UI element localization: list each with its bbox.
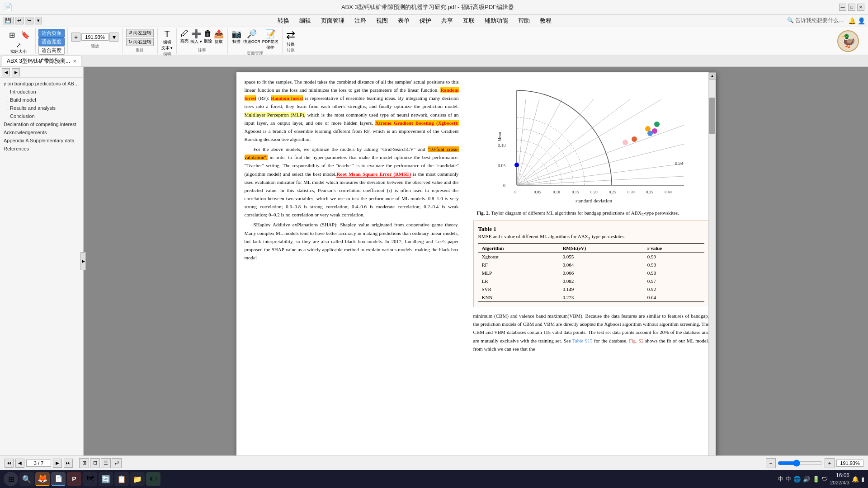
rotate-right-btn[interactable]: ↻ 向右旋转 <box>126 38 154 46</box>
fit-width-btn[interactable]: 适合宽度 <box>38 38 65 46</box>
notification-tray-icon[interactable]: 🔔 <box>852 476 859 483</box>
sidebar-item-appendix[interactable]: Appendix A Supplementary data <box>0 136 83 145</box>
link-fig-s2[interactable]: Fig. S2 <box>629 338 643 343</box>
save-quick-btn[interactable]: 💾 <box>3 17 14 24</box>
fit-group: 适合页面 适合宽度 适合高度 <box>36 28 68 54</box>
undo-btn[interactable]: ↩ <box>15 17 24 24</box>
continuous-view-btn[interactable]: ☰ <box>101 458 111 468</box>
menu-item-connect[interactable]: 互联 <box>460 17 477 25</box>
last-page-btn[interactable]: ⏭ <box>64 459 73 468</box>
tab-close-icon[interactable]: ✕ <box>73 59 76 64</box>
tab-pdf[interactable]: ABX 3型钙钛矿带隙预测... ✕ <box>2 56 81 66</box>
menu-item-tutorial[interactable]: 教程 <box>537 17 554 25</box>
delete-btn[interactable]: 🗑 删除 <box>204 29 212 44</box>
ppt-taskbar-btn[interactable]: P <box>67 472 81 486</box>
scan-btn[interactable]: 📷 扫描 <box>231 29 241 51</box>
ime-icon[interactable]: 中 <box>786 475 791 483</box>
sidebar-item-conclusion[interactable]: . Conclusion <box>0 112 83 120</box>
edit-text-btn[interactable]: T 编辑 文本 ▾ <box>161 29 173 51</box>
zoom-value-display[interactable] <box>836 460 863 467</box>
sync-taskbar-btn[interactable]: 🔄 <box>99 472 113 486</box>
next-page-btn[interactable]: ▶ <box>53 459 62 468</box>
table-row-knn: KNN 0.273 0.64 <box>478 293 704 302</box>
start-button[interactable]: ⊞ <box>4 472 18 486</box>
scroll-up-btn[interactable]: ▲ <box>709 72 716 80</box>
highlight-xgboost: Xtreme Gradient Boosting (Xgboost): <box>375 120 458 126</box>
show-desktop-btn[interactable]: ▮ <box>861 476 864 483</box>
menu-item-page[interactable]: 页面管理 <box>318 17 347 25</box>
maps-taskbar-btn[interactable]: 🗺 <box>83 472 97 486</box>
svg-text:0.20: 0.20 <box>590 190 598 194</box>
actual-size-btn[interactable]: ⤢ 实际大小 <box>10 42 27 55</box>
zoom-out-btn[interactable]: − <box>766 458 776 468</box>
extract-btn[interactable]: 📤 提取 <box>214 29 224 45</box>
svg-rect-0 <box>494 77 689 208</box>
network-tray-icon[interactable]: 🌐 <box>793 476 801 483</box>
facing-view-btn[interactable]: ⊟ <box>90 458 100 468</box>
cell-rf-r: 0.98 <box>644 261 704 269</box>
close-button[interactable]: ✕ <box>857 4 864 11</box>
thumbnail-btn[interactable]: ⊞ <box>5 29 18 42</box>
bell-icon[interactable]: 🔔 <box>848 17 856 24</box>
ocr-btn[interactable]: 🔎 快速OCR <box>243 29 260 51</box>
sidebar-item-build-model[interactable]: . Build model <box>0 96 83 104</box>
prev-page-btn[interactable]: ◀ <box>15 459 24 468</box>
tag-taskbar-btn[interactable]: 🏷 <box>146 472 160 486</box>
volume-tray-icon[interactable]: 🔊 <box>803 476 810 483</box>
custom-btn[interactable]: ▾ <box>35 17 42 24</box>
clock-display[interactable]: 16:06 2022/4/3 <box>830 472 849 486</box>
search-taskbar-btn[interactable]: 🔍 <box>19 472 34 486</box>
toolbar: ⊞ 🔖 ⤢ 实际大小 视图 适合页面 适合宽度 适合高度 + ▾ 缩放 ↺ 向左… <box>0 27 868 55</box>
minimize-button[interactable]: — <box>839 4 846 11</box>
menu-item-share[interactable]: 共享 <box>439 17 456 25</box>
single-page-view-btn[interactable]: ⊞ <box>79 458 89 468</box>
sidebar-toggle-btn[interactable]: ◀ <box>2 68 10 76</box>
menu-item-annotate[interactable]: 注释 <box>352 17 369 25</box>
sidebar-item-results[interactable]: . Results and analysis <box>0 104 83 112</box>
menu-item-forms[interactable]: 表单 <box>395 17 412 25</box>
convert-btn[interactable]: ⇄ 转换 <box>286 29 295 47</box>
pdf-sign-btn[interactable]: 📝 PDF签名 保护 <box>262 29 278 51</box>
pdf-viewer[interactable]: space to fit the samples. The model take… <box>84 67 868 455</box>
maximize-button[interactable]: □ <box>848 4 855 11</box>
sidebar-item-introduction[interactable]: . Introduction <box>0 88 83 96</box>
first-page-btn[interactable]: ⏮ <box>5 459 14 468</box>
antivirus-tray-icon[interactable]: 🛡 <box>822 476 828 483</box>
sidebar-expand-btn[interactable]: ▶ <box>12 68 20 76</box>
reflow-view-btn[interactable]: ⇄ <box>112 458 122 468</box>
zoom-slider[interactable] <box>778 460 823 467</box>
sidebar-item-references[interactable]: References <box>0 145 83 153</box>
zoom-in-toolbar-btn[interactable]: + <box>71 33 80 42</box>
tasks-taskbar-btn[interactable]: 📋 <box>114 472 129 486</box>
menu-item-protect[interactable]: 保护 <box>417 17 434 25</box>
menu-item-view[interactable]: 视图 <box>373 17 391 25</box>
menu-item-convert[interactable]: 转换 <box>275 17 292 25</box>
input-method-icon[interactable]: 中 <box>778 475 783 483</box>
pdf-editor-taskbar-btn[interactable]: 📄 <box>51 472 66 486</box>
zoom-input[interactable] <box>81 33 108 41</box>
sidebar-collapse-handle[interactable]: ▶ <box>80 252 86 270</box>
fit-page-btn[interactable]: 适合页面 <box>38 29 65 38</box>
link-table-s15[interactable]: Table S15 <box>572 338 593 343</box>
user-icon[interactable]: 👤 <box>858 17 865 24</box>
bookmark-btn[interactable]: 🔖 <box>19 29 32 42</box>
battery-tray-icon[interactable]: 🔋 <box>812 476 820 483</box>
fit-height-btn[interactable]: 适合高度 <box>38 46 65 55</box>
menu-item-tools[interactable]: 辅助功能 <box>482 17 511 25</box>
rotate-left-btn[interactable]: ↺ 向左旋转 <box>126 29 154 37</box>
sidebar-item-declaration[interactable]: Declaration of competing interest <box>0 120 83 128</box>
page-indicator[interactable] <box>26 460 51 467</box>
pdf-lower-text: minimum (CBM) and valence band maximum(V… <box>473 312 709 353</box>
menu-item-edit[interactable]: 编辑 <box>297 17 314 25</box>
menu-item-help[interactable]: 帮助 <box>515 17 533 25</box>
zoom-in-status-btn[interactable]: + <box>825 458 835 468</box>
files-taskbar-btn[interactable]: 📁 <box>130 472 145 486</box>
highlight-btn[interactable]: 🖊 高亮 <box>180 29 189 44</box>
firefox-taskbar-btn[interactable]: 🦊 <box>35 472 50 486</box>
sidebar-item-bandgap[interactable]: y on bandgap predicatons of ABX3- <box>0 80 83 88</box>
insert-btn[interactable]: ➕ 插入 ▾ <box>190 29 202 45</box>
zoom-dropdown-btn[interactable]: ▾ <box>109 33 118 42</box>
redo-btn[interactable]: ↪ <box>25 17 33 24</box>
sidebar-item-acknowledgements[interactable]: Acknowledgements <box>0 128 83 136</box>
scroll-thumb[interactable] <box>709 98 715 134</box>
